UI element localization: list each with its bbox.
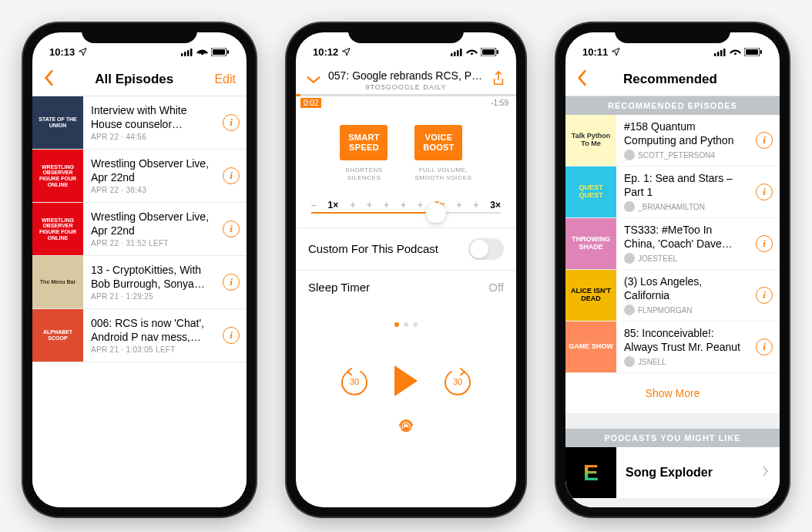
info-button[interactable]: i xyxy=(749,287,780,304)
speed-scale: – 1× +++++ 2× ++ 3× xyxy=(296,190,516,212)
episode-title: (3) Los Angeles, California xyxy=(624,275,746,302)
episode-row[interactable]: WRESTLING OBSERVER FIGURE FOUR ONLINEWre… xyxy=(32,150,247,203)
back-button[interactable] xyxy=(576,69,587,89)
episode-row[interactable]: WRESTLING OBSERVER FIGURE FOUR ONLINEWre… xyxy=(32,203,247,256)
recommender: JSNELL xyxy=(624,356,746,367)
episode-row[interactable]: The Menu Bar13 - CryptoKitties, With Bob… xyxy=(32,256,247,309)
episode-meta: APR 21 · 1:29:25 xyxy=(91,292,211,301)
collapse-button[interactable] xyxy=(307,73,320,87)
svg-rect-5 xyxy=(213,49,225,55)
phone-player: 10:12 057: Google rebrands RCS, Please a… xyxy=(287,23,525,517)
sleep-value: Off xyxy=(488,281,504,294)
recommended-row[interactable]: THROWING SHADETS333: #MeToo In China, 'C… xyxy=(565,218,780,270)
page-indicator[interactable] xyxy=(296,304,516,342)
sleep-label: Sleep Timer xyxy=(308,281,370,294)
svg-rect-13 xyxy=(497,50,498,54)
svg-rect-2 xyxy=(187,50,190,56)
notch xyxy=(348,23,464,43)
episode-artwork: The Menu Bar xyxy=(32,256,83,308)
svg-rect-10 xyxy=(460,49,462,56)
voice-boost-block: VOICE BOOST FULL VOLUME, SMOOTH VOICES xyxy=(414,125,471,183)
status-time: 10:11 xyxy=(582,46,608,58)
player-header: 057: Google rebrands RCS, Please a... 9T… xyxy=(296,63,516,94)
speed-knob[interactable] xyxy=(426,203,446,223)
episode-meta: APR 22 · 31:52 LEFT xyxy=(91,239,211,247)
nav-bar: Recommended xyxy=(565,63,780,96)
custom-toggle-row[interactable]: Custom For This Podcast xyxy=(296,227,516,270)
info-button[interactable]: i xyxy=(216,167,247,184)
recommended-row[interactable]: Talk Python To Me#158 Quantum Computing … xyxy=(565,115,780,167)
info-button[interactable]: i xyxy=(216,274,247,291)
recommended-row[interactable]: ALICE ISN'T DEAD(3) Los Angeles, Califor… xyxy=(565,270,780,322)
voice-boost-desc: FULL VOLUME, SMOOTH VOICES xyxy=(414,167,471,183)
episode-artwork: THROWING SHADE xyxy=(565,218,616,269)
airplay-button[interactable] xyxy=(296,404,516,447)
svg-rect-20 xyxy=(720,50,723,56)
svg-rect-18 xyxy=(714,53,716,56)
share-button[interactable] xyxy=(492,70,505,90)
chevron-right-icon xyxy=(763,466,780,480)
recommended-row[interactable]: QUEST QUESTEp. 1: Sea and Stars – Part 1… xyxy=(565,167,780,218)
speed-slider[interactable] xyxy=(311,212,501,214)
info-button[interactable]: i xyxy=(749,132,780,149)
skip-forward-button[interactable]: 30 xyxy=(442,365,473,396)
smart-speed-button[interactable]: SMART SPEED xyxy=(340,125,388,160)
progress-bar[interactable] xyxy=(296,94,516,96)
smart-speed-block: SMART SPEED SHORTENS SILENCES xyxy=(340,125,388,183)
time-elapsed: 0:02 xyxy=(300,98,321,108)
battery-icon xyxy=(481,48,499,56)
svg-text:30: 30 xyxy=(350,377,359,386)
info-button[interactable]: i xyxy=(216,221,247,237)
episode-artwork: STATE OF THE UNION xyxy=(32,96,83,149)
info-button[interactable]: i xyxy=(749,338,780,355)
show-more-button[interactable]: Show More xyxy=(565,373,780,413)
episode-title: #158 Quantum Computing and Python xyxy=(624,120,746,147)
svg-rect-1 xyxy=(184,52,186,56)
custom-toggle[interactable] xyxy=(468,238,504,260)
episode-list[interactable]: STATE OF THE UNIONInterview with White H… xyxy=(32,96,247,507)
custom-label: Custom For This Podcast xyxy=(308,242,438,255)
episode-row[interactable]: ALPHABET SCOOP006: RCS is now 'Chat', An… xyxy=(32,309,247,362)
recommender: FLNPMORGAN xyxy=(624,305,746,315)
info-button[interactable]: i xyxy=(216,114,247,131)
sleep-timer-row[interactable]: Sleep Timer Off xyxy=(296,270,516,304)
info-button[interactable]: i xyxy=(749,184,780,200)
episode-artwork: ALICE ISN'T DEAD xyxy=(565,270,616,321)
location-icon xyxy=(611,47,620,56)
notch xyxy=(615,23,730,43)
battery-icon xyxy=(211,48,230,56)
svg-rect-0 xyxy=(181,53,183,56)
svg-rect-3 xyxy=(190,49,193,56)
avatar-icon xyxy=(624,305,635,315)
recommended-scroll[interactable]: RECOMMENDED EPISODES Talk Python To Me#1… xyxy=(565,96,780,507)
recommended-row[interactable]: GAME SHOW85: Inconceivable!: Always Trus… xyxy=(565,322,780,373)
phone-recommended: 10:11 Recommended RECOMMENDED EPISODES T… xyxy=(556,23,789,517)
episode-title: 057: Google rebrands RCS, Please a... xyxy=(328,69,484,82)
episode-meta: APR 21 · 1:03:05 LEFT xyxy=(91,345,211,354)
play-button[interactable] xyxy=(394,365,418,396)
episode-meta: APR 22 · 44:56 xyxy=(91,133,211,141)
svg-rect-21 xyxy=(723,49,726,56)
edit-button[interactable]: Edit xyxy=(214,72,236,86)
episode-title: Interview with White House counselor Kel… xyxy=(91,104,211,131)
battery-icon xyxy=(744,48,763,56)
location-icon xyxy=(341,47,351,56)
page-title: Recommended xyxy=(587,72,753,87)
signal-icon xyxy=(714,48,726,56)
episode-row[interactable]: STATE OF THE UNIONInterview with White H… xyxy=(32,96,247,150)
episode-artwork: WRESTLING OBSERVER FIGURE FOUR ONLINE xyxy=(32,150,83,202)
episode-title: 006: RCS is now 'Chat', Android P nav me… xyxy=(91,317,211,344)
svg-rect-12 xyxy=(482,49,495,55)
info-button[interactable]: i xyxy=(749,235,780,252)
episode-title: 13 - CryptoKitties, With Bob Burrough, S… xyxy=(91,264,211,291)
info-button[interactable]: i xyxy=(216,327,247,344)
podcast-name: 9TO5GOOGLE DAILY xyxy=(328,83,484,91)
signal-icon xyxy=(451,48,463,56)
avatar-icon xyxy=(624,253,635,264)
voice-boost-button[interactable]: VOICE BOOST xyxy=(414,125,462,160)
podcast-row[interactable]: E Song Exploder xyxy=(565,447,780,498)
back-button[interactable] xyxy=(43,69,54,89)
skip-back-button[interactable]: 30 xyxy=(339,365,370,396)
section-header-podcasts: PODCASTS YOU MIGHT LIKE xyxy=(565,429,780,447)
episode-title: 85: Inconceivable!: Always Trust Mr. Pea… xyxy=(624,327,746,354)
